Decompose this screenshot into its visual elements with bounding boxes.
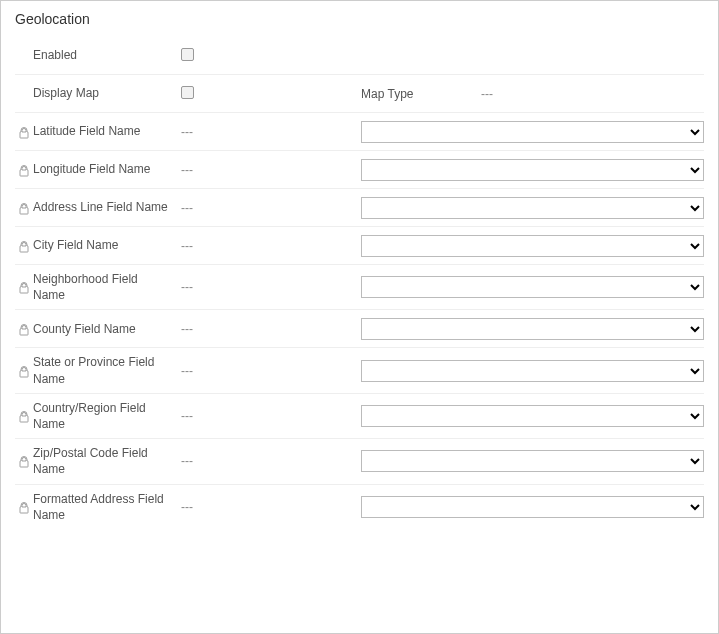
label-neighborhood: Neighborhood Field Name: [33, 271, 181, 303]
row-city: City Field Name ---: [15, 227, 704, 265]
select-neighborhood[interactable]: [361, 276, 704, 298]
lock-icon: [15, 280, 33, 294]
label-display-map: Display Map: [33, 85, 181, 101]
label-address-line: Address Line Field Name: [33, 199, 181, 215]
lock-icon: [15, 125, 33, 139]
row-display-map: Display Map Map Type ---: [15, 75, 704, 113]
section-title: Geolocation: [15, 11, 704, 27]
label-city: City Field Name: [33, 237, 181, 253]
select-longitude[interactable]: [361, 159, 704, 181]
control-display-map: [181, 86, 361, 102]
row-zip: Zip/Postal Code Field Name ---: [15, 439, 704, 484]
select-zip[interactable]: [361, 450, 704, 472]
select-state[interactable]: [361, 360, 704, 382]
row-county: County Field Name ---: [15, 310, 704, 348]
label-county: County Field Name: [33, 321, 181, 337]
lock-icon: [15, 454, 33, 468]
control-enabled: [181, 48, 361, 64]
label-zip: Zip/Postal Code Field Name: [33, 445, 181, 477]
select-address-line[interactable]: [361, 197, 704, 219]
row-country: Country/Region Field Name ---: [15, 394, 704, 439]
dash-longitude: ---: [181, 163, 361, 177]
row-neighborhood: Neighborhood Field Name ---: [15, 265, 704, 310]
label-country: Country/Region Field Name: [33, 400, 181, 432]
row-state: State or Province Field Name ---: [15, 348, 704, 393]
dash-neighborhood: ---: [181, 280, 361, 294]
lock-icon: [15, 322, 33, 336]
label-state: State or Province Field Name: [33, 354, 181, 386]
row-formatted-address: Formatted Address Field Name ---: [15, 485, 704, 529]
dash-country: ---: [181, 409, 361, 423]
label-enabled: Enabled: [33, 47, 181, 63]
lock-icon: [15, 201, 33, 215]
select-country[interactable]: [361, 405, 704, 427]
geolocation-panel: Geolocation Enabled Display Map Map Type…: [0, 0, 719, 634]
lock-icon: [15, 239, 33, 253]
lock-icon: [15, 163, 33, 177]
select-formatted-address[interactable]: [361, 496, 704, 518]
row-latitude: Latitude Field Name ---: [15, 113, 704, 151]
dash-state: ---: [181, 364, 361, 378]
checkbox-enabled[interactable]: [181, 48, 194, 61]
dash-county: ---: [181, 322, 361, 336]
lock-icon: [15, 364, 33, 378]
select-county[interactable]: [361, 318, 704, 340]
dash-zip: ---: [181, 454, 361, 468]
dash-city: ---: [181, 239, 361, 253]
checkbox-display-map[interactable]: [181, 86, 194, 99]
dash-formatted-address: ---: [181, 500, 361, 514]
dash-latitude: ---: [181, 125, 361, 139]
value-map-type: ---: [481, 87, 541, 101]
lock-icon: [15, 500, 33, 514]
label-formatted-address: Formatted Address Field Name: [33, 491, 181, 523]
lock-spacer: [15, 93, 33, 95]
row-address-line: Address Line Field Name ---: [15, 189, 704, 227]
select-latitude[interactable]: [361, 121, 704, 143]
select-city[interactable]: [361, 235, 704, 257]
label-latitude: Latitude Field Name: [33, 123, 181, 139]
row-longitude: Longitude Field Name ---: [15, 151, 704, 189]
lock-icon: [15, 409, 33, 423]
dash-address-line: ---: [181, 201, 361, 215]
lock-spacer: [15, 55, 33, 57]
label-map-type: Map Type: [361, 87, 481, 101]
row-enabled: Enabled: [15, 37, 704, 75]
label-longitude: Longitude Field Name: [33, 161, 181, 177]
